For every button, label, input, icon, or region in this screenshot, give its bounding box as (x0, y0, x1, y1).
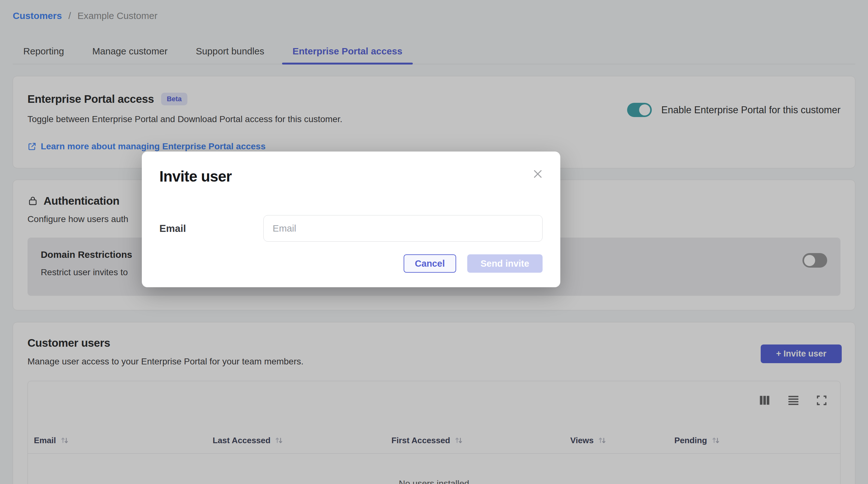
close-icon[interactable] (531, 167, 545, 181)
cancel-button[interactable]: Cancel (404, 254, 456, 273)
email-field[interactable] (264, 215, 542, 242)
invite-user-modal: Invite user Email Cancel Send invite (142, 152, 560, 287)
email-label: Email (159, 223, 186, 234)
page: Customers / Example Customer Reporting M… (0, 0, 868, 484)
modal-actions: Cancel Send invite (404, 254, 542, 273)
modal-title: Invite user (159, 168, 232, 185)
send-invite-button[interactable]: Send invite (467, 254, 542, 273)
